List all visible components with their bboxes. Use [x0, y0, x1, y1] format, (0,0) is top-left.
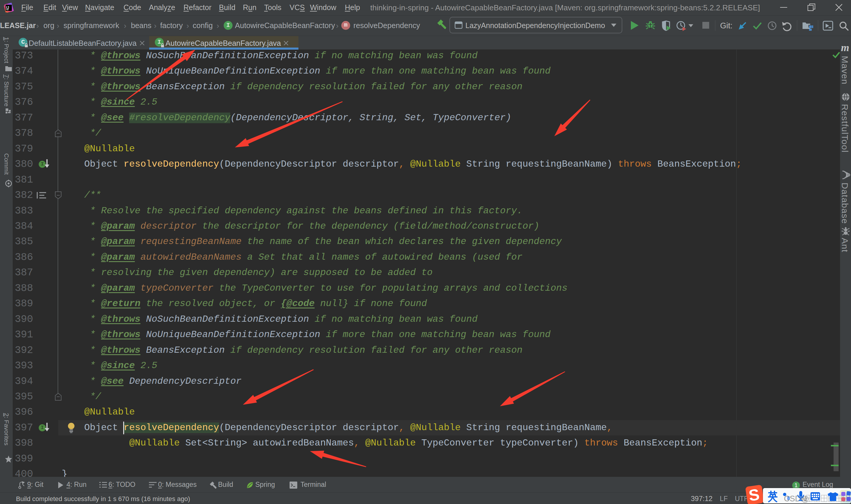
svg-text:IJ: IJ: [6, 6, 9, 10]
